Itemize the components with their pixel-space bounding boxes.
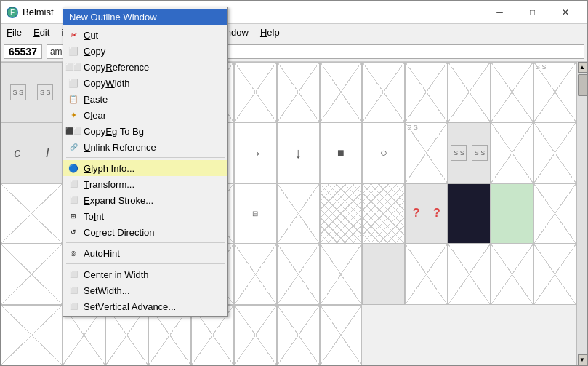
glyph-cell[interactable]: ○ <box>362 122 405 183</box>
glyph-cell[interactable] <box>405 244 448 304</box>
menu-item-expand-stroke[interactable]: ⬜ Expand Stroke... <box>63 192 227 208</box>
glyph-cell[interactable] <box>320 62 363 122</box>
glyph-cell[interactable] <box>234 62 277 122</box>
context-menu: New Outline Window ✂ Cut ⬜ Copy ⬜⬜ Copy … <box>63 7 228 317</box>
paste-icon: 📋 <box>68 93 79 105</box>
left-panel-row2: c I <box>1 122 63 183</box>
menu-help[interactable]: Help <box>254 25 286 39</box>
copy-width-icon: ⬜ <box>68 77 79 89</box>
glyph-cell-special[interactable]: ⊟ <box>234 183 277 244</box>
menu-item-autohint[interactable]: ◎ AutoHint <box>63 245 227 261</box>
glyph-cell[interactable] <box>405 62 448 122</box>
set-vertical-icon: ⬜ <box>68 301 79 312</box>
maximize-button[interactable]: □ <box>516 1 549 24</box>
scroll-down-arrow[interactable]: ▼ <box>578 354 587 365</box>
app-icon: F <box>7 7 18 18</box>
glyph-info-icon: 🔵 <box>68 162 79 174</box>
svg-text:F: F <box>10 9 15 17</box>
glyph-cell[interactable] <box>491 62 533 122</box>
correct-direction-icon: ↺ <box>68 226 79 238</box>
glyph-cell[interactable] <box>362 62 405 122</box>
menu-item-unlink-reference[interactable]: 🔗 Unlink Reference <box>63 139 227 155</box>
menu-item-to-int[interactable]: ⊞ To Int <box>63 208 227 224</box>
menu-item-copy[interactable]: ⬜ Copy <box>63 43 227 59</box>
menu-item-paste[interactable]: 📋 Paste <box>63 91 227 107</box>
window-controls: ─ □ ✕ <box>483 1 581 24</box>
glyph-cell[interactable] <box>277 183 320 244</box>
glyph-cell[interactable] <box>320 305 363 365</box>
glyph-cell[interactable] <box>277 305 320 365</box>
glyph-cell[interactable] <box>234 244 277 304</box>
left-panel-row3: S S S S <box>448 122 491 183</box>
glyph-cell[interactable] <box>1 183 63 244</box>
menu-item-copy-eg-to-bg[interactable]: ⬛⬜ Copy Eg To Bg <box>63 123 227 139</box>
cut-icon: ✂ <box>68 29 79 41</box>
glyph-cell[interactable] <box>277 244 320 304</box>
center-icon: ⬜ <box>68 268 79 280</box>
scroll-up-arrow[interactable]: ▲ <box>578 62 587 73</box>
left-panel-row4: ? ? <box>405 183 448 244</box>
expand-stroke-icon: ⬜ <box>68 194 79 206</box>
glyph-cell[interactable]: → <box>234 122 277 183</box>
glyph-cell[interactable] <box>1 305 63 365</box>
menu-item-set-vertical-advance[interactable]: ⬜ Set Vertical Advance... <box>63 298 227 314</box>
menu-item-cut[interactable]: ✂ Cut <box>63 27 227 43</box>
menu-file[interactable]: File <box>1 25 28 39</box>
left-panel-row1: S S S S <box>1 62 63 122</box>
separator-2 <box>66 242 225 243</box>
glyph-cell[interactable]: ↓ <box>277 122 320 183</box>
unlink-icon: 🔗 <box>68 141 79 153</box>
glyph-cell[interactable] <box>448 244 491 304</box>
menu-item-correct-direction[interactable]: ↺ Correct Direction <box>63 224 227 240</box>
glyph-cell[interactable]: ■ <box>320 122 363 183</box>
glyph-cell-green[interactable] <box>491 183 533 244</box>
copy-eg-bg-icon: ⬛⬜ <box>68 125 79 137</box>
glyph-cell[interactable] <box>1 244 63 304</box>
glyph-cell[interactable] <box>234 305 277 365</box>
set-width-icon: ⬜ <box>68 285 79 296</box>
glyph-code-label: 65537 <box>4 44 42 59</box>
menu-item-copy-width[interactable]: ⬜ Copy Width <box>63 75 227 91</box>
glyph-cell-x[interactable] <box>320 183 363 244</box>
context-menu-title: New Outline Window <box>63 9 227 25</box>
minimize-button[interactable]: ─ <box>483 1 516 24</box>
transform-icon: ⬜ <box>68 178 79 190</box>
glyph-cell[interactable]: S S <box>533 62 576 122</box>
menu-item-glyph-info[interactable]: 🔵 Glyph Info... <box>63 160 227 176</box>
menu-edit[interactable]: Edit <box>28 25 55 39</box>
separator-3 <box>66 263 225 264</box>
glyph-cell[interactable] <box>277 62 320 122</box>
scrollbar[interactable]: ▲ ▼ <box>576 62 587 365</box>
menu-item-copy-reference[interactable]: ⬜⬜ Copy Reference <box>63 59 227 75</box>
menu-item-clear[interactable]: ✦ Clear <box>63 107 227 123</box>
clear-icon: ✦ <box>68 109 79 121</box>
menu-item-center-in-width[interactable]: ⬜ Center in Width <box>63 266 227 282</box>
glyph-cell-dark[interactable] <box>448 183 491 244</box>
menu-item-set-width[interactable]: ⬜ Set Width... <box>63 282 227 298</box>
glyph-cell[interactable] <box>533 122 576 183</box>
left-panel-row5 <box>362 244 405 304</box>
to-int-icon: ⊞ <box>68 210 79 222</box>
separator-1 <box>66 157 225 158</box>
glyph-cell[interactable] <box>448 62 491 122</box>
glyph-cell[interactable] <box>320 244 363 304</box>
glyph-cell[interactable] <box>533 244 576 304</box>
copy-reference-icon: ⬜⬜ <box>68 61 79 73</box>
glyph-cell[interactable] <box>491 122 533 183</box>
glyph-cell[interactable] <box>491 244 533 304</box>
glyph-cell-x2[interactable] <box>362 183 405 244</box>
app-window: F Belmist ─ □ ✕ File Edit ing View Metri… <box>0 0 588 366</box>
autohint-icon: ◎ <box>68 247 79 259</box>
menu-item-transform[interactable]: ⬜ Transform... <box>63 176 227 192</box>
glyph-cell[interactable]: S S <box>405 122 448 183</box>
glyph-cell[interactable] <box>533 183 576 244</box>
close-button[interactable]: ✕ <box>549 1 581 24</box>
copy-icon: ⬜ <box>68 45 79 57</box>
scroll-thumb[interactable] <box>578 74 587 96</box>
